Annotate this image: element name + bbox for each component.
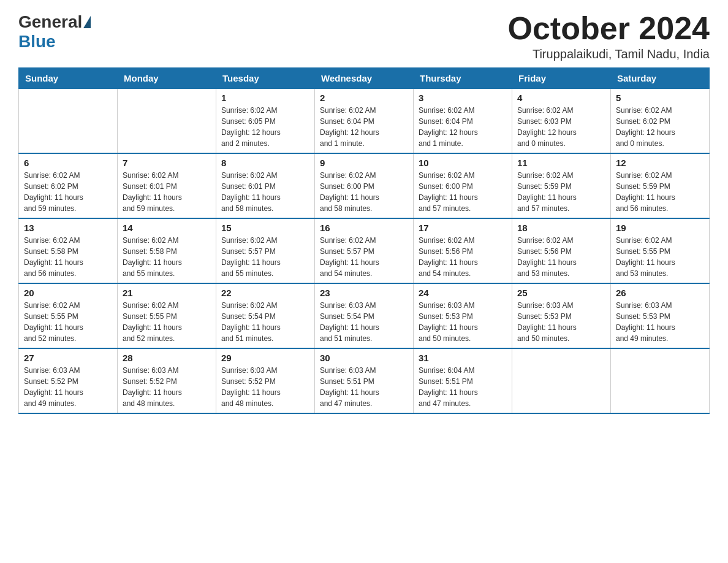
- calendar-cell: [611, 348, 710, 413]
- day-number: 23: [320, 288, 408, 298]
- day-number: 6: [24, 158, 112, 168]
- day-number: 31: [419, 353, 507, 363]
- day-info: Sunrise: 6:02 AMSunset: 5:54 PMDaylight:…: [221, 300, 309, 344]
- location-text: Tiruppalaikudi, Tamil Nadu, India: [508, 47, 710, 61]
- calendar-cell: 6Sunrise: 6:02 AMSunset: 6:02 PMDaylight…: [19, 153, 118, 218]
- day-number: 20: [24, 288, 112, 298]
- logo-triangle-icon: [83, 16, 91, 28]
- calendar-cell: 9Sunrise: 6:02 AMSunset: 6:00 PMDaylight…: [315, 153, 414, 218]
- day-info: Sunrise: 6:02 AMSunset: 5:59 PMDaylight:…: [517, 170, 605, 214]
- day-info: Sunrise: 6:02 AMSunset: 5:58 PMDaylight:…: [24, 235, 112, 279]
- calendar-week-row: 27Sunrise: 6:03 AMSunset: 5:52 PMDayligh…: [19, 348, 710, 413]
- day-number: 4: [517, 93, 605, 103]
- day-info: Sunrise: 6:03 AMSunset: 5:51 PMDaylight:…: [320, 365, 408, 409]
- header-row: Sunday Monday Tuesday Wednesday Thursday…: [19, 68, 710, 89]
- calendar-cell: 28Sunrise: 6:03 AMSunset: 5:52 PMDayligh…: [118, 348, 216, 413]
- title-section: October 2024 Tiruppalaikudi, Tamil Nadu,…: [508, 12, 710, 61]
- header-saturday: Saturday: [611, 68, 710, 89]
- calendar-cell: 16Sunrise: 6:02 AMSunset: 5:57 PMDayligh…: [315, 218, 414, 283]
- day-info: Sunrise: 6:02 AMSunset: 5:55 PMDaylight:…: [24, 300, 112, 344]
- day-number: 18: [517, 223, 605, 233]
- calendar-cell: 14Sunrise: 6:02 AMSunset: 5:58 PMDayligh…: [118, 218, 216, 283]
- day-number: 9: [320, 158, 408, 168]
- month-title: October 2024: [508, 12, 710, 44]
- day-number: 8: [221, 158, 309, 168]
- day-number: 11: [517, 158, 605, 168]
- calendar-week-row: 20Sunrise: 6:02 AMSunset: 5:55 PMDayligh…: [19, 283, 710, 348]
- logo-blue-text: Blue: [18, 32, 56, 51]
- calendar-cell: 7Sunrise: 6:02 AMSunset: 6:01 PMDaylight…: [118, 153, 216, 218]
- day-info: Sunrise: 6:02 AMSunset: 6:04 PMDaylight:…: [320, 105, 408, 149]
- logo-general-text: General: [18, 12, 82, 32]
- day-info: Sunrise: 6:02 AMSunset: 6:02 PMDaylight:…: [24, 170, 112, 214]
- header-thursday: Thursday: [414, 68, 512, 89]
- day-info: Sunrise: 6:03 AMSunset: 5:53 PMDaylight:…: [419, 300, 507, 344]
- calendar-cell: [118, 89, 216, 154]
- day-number: 10: [419, 158, 507, 168]
- day-info: Sunrise: 6:03 AMSunset: 5:53 PMDaylight:…: [517, 300, 605, 344]
- day-number: 1: [221, 93, 309, 103]
- day-number: 27: [24, 353, 112, 363]
- calendar-cell: 13Sunrise: 6:02 AMSunset: 5:58 PMDayligh…: [19, 218, 118, 283]
- day-info: Sunrise: 6:02 AMSunset: 5:56 PMDaylight:…: [419, 235, 507, 279]
- calendar-cell: 25Sunrise: 6:03 AMSunset: 5:53 PMDayligh…: [512, 283, 611, 348]
- calendar-cell: 30Sunrise: 6:03 AMSunset: 5:51 PMDayligh…: [315, 348, 414, 413]
- calendar-week-row: 1Sunrise: 6:02 AMSunset: 6:05 PMDaylight…: [19, 89, 710, 154]
- day-info: Sunrise: 6:02 AMSunset: 6:05 PMDaylight:…: [221, 105, 309, 149]
- day-number: 28: [123, 353, 211, 363]
- day-number: 14: [123, 223, 211, 233]
- day-info: Sunrise: 6:02 AMSunset: 5:58 PMDaylight:…: [123, 235, 211, 279]
- calendar-cell: 15Sunrise: 6:02 AMSunset: 5:57 PMDayligh…: [216, 218, 315, 283]
- day-number: 7: [123, 158, 211, 168]
- calendar-cell: 26Sunrise: 6:03 AMSunset: 5:53 PMDayligh…: [611, 283, 710, 348]
- day-number: 16: [320, 223, 408, 233]
- day-info: Sunrise: 6:03 AMSunset: 5:54 PMDaylight:…: [320, 300, 408, 344]
- calendar-cell: [19, 89, 118, 154]
- day-number: 3: [419, 93, 507, 103]
- day-number: 19: [616, 223, 704, 233]
- day-info: Sunrise: 6:02 AMSunset: 6:00 PMDaylight:…: [320, 170, 408, 214]
- day-number: 17: [419, 223, 507, 233]
- day-info: Sunrise: 6:02 AMSunset: 5:57 PMDaylight:…: [320, 235, 408, 279]
- header-monday: Monday: [118, 68, 216, 89]
- day-info: Sunrise: 6:02 AMSunset: 6:04 PMDaylight:…: [419, 105, 507, 149]
- logo: General Blue: [18, 12, 92, 52]
- calendar-cell: 8Sunrise: 6:02 AMSunset: 6:01 PMDaylight…: [216, 153, 315, 218]
- day-number: 25: [517, 288, 605, 298]
- day-info: Sunrise: 6:02 AMSunset: 6:03 PMDaylight:…: [517, 105, 605, 149]
- day-info: Sunrise: 6:02 AMSunset: 6:01 PMDaylight:…: [123, 170, 211, 214]
- day-info: Sunrise: 6:03 AMSunset: 5:52 PMDaylight:…: [24, 365, 112, 409]
- day-info: Sunrise: 6:02 AMSunset: 5:56 PMDaylight:…: [517, 235, 605, 279]
- calendar-cell: 10Sunrise: 6:02 AMSunset: 6:00 PMDayligh…: [414, 153, 512, 218]
- calendar-cell: 20Sunrise: 6:02 AMSunset: 5:55 PMDayligh…: [19, 283, 118, 348]
- calendar-week-row: 6Sunrise: 6:02 AMSunset: 6:02 PMDaylight…: [19, 153, 710, 218]
- calendar-cell: 11Sunrise: 6:02 AMSunset: 5:59 PMDayligh…: [512, 153, 611, 218]
- day-number: 22: [221, 288, 309, 298]
- calendar-week-row: 13Sunrise: 6:02 AMSunset: 5:58 PMDayligh…: [19, 218, 710, 283]
- header-sunday: Sunday: [19, 68, 118, 89]
- calendar-cell: 19Sunrise: 6:02 AMSunset: 5:55 PMDayligh…: [611, 218, 710, 283]
- day-number: 5: [616, 93, 704, 103]
- calendar-cell: 2Sunrise: 6:02 AMSunset: 6:04 PMDaylight…: [315, 89, 414, 154]
- day-number: 21: [123, 288, 211, 298]
- calendar-body: 1Sunrise: 6:02 AMSunset: 6:05 PMDaylight…: [19, 89, 710, 414]
- calendar-cell: 27Sunrise: 6:03 AMSunset: 5:52 PMDayligh…: [19, 348, 118, 413]
- calendar-cell: 17Sunrise: 6:02 AMSunset: 5:56 PMDayligh…: [414, 218, 512, 283]
- page-header: General Blue October 2024 Tiruppalaikudi…: [18, 12, 710, 61]
- day-number: 12: [616, 158, 704, 168]
- calendar-cell: 5Sunrise: 6:02 AMSunset: 6:02 PMDaylight…: [611, 89, 710, 154]
- calendar-cell: 21Sunrise: 6:02 AMSunset: 5:55 PMDayligh…: [118, 283, 216, 348]
- header-wednesday: Wednesday: [315, 68, 414, 89]
- calendar-table: Sunday Monday Tuesday Wednesday Thursday…: [18, 67, 710, 414]
- calendar-cell: 31Sunrise: 6:04 AMSunset: 5:51 PMDayligh…: [414, 348, 512, 413]
- day-info: Sunrise: 6:03 AMSunset: 5:52 PMDaylight:…: [123, 365, 211, 409]
- calendar-cell: 12Sunrise: 6:02 AMSunset: 5:59 PMDayligh…: [611, 153, 710, 218]
- day-info: Sunrise: 6:04 AMSunset: 5:51 PMDaylight:…: [419, 365, 507, 409]
- header-tuesday: Tuesday: [216, 68, 315, 89]
- day-info: Sunrise: 6:02 AMSunset: 5:59 PMDaylight:…: [616, 170, 704, 214]
- calendar-cell: 29Sunrise: 6:03 AMSunset: 5:52 PMDayligh…: [216, 348, 315, 413]
- calendar-header: Sunday Monday Tuesday Wednesday Thursday…: [19, 68, 710, 89]
- calendar-cell: 23Sunrise: 6:03 AMSunset: 5:54 PMDayligh…: [315, 283, 414, 348]
- calendar-cell: 4Sunrise: 6:02 AMSunset: 6:03 PMDaylight…: [512, 89, 611, 154]
- calendar-cell: 1Sunrise: 6:02 AMSunset: 6:05 PMDaylight…: [216, 89, 315, 154]
